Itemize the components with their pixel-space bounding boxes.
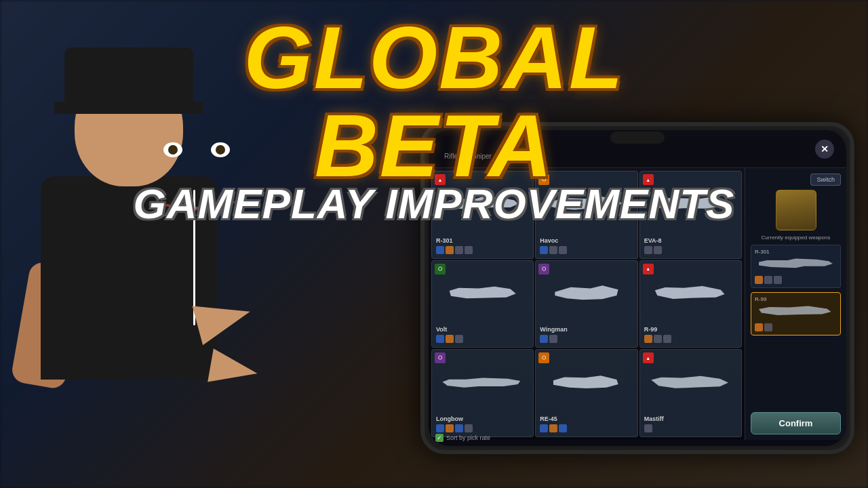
weapon-name-havoc: Havoc <box>540 237 633 244</box>
weapon-attachments-r301 <box>436 246 529 254</box>
weapon-icon-volt <box>436 265 529 327</box>
weapon-attachments-re45 <box>540 424 633 432</box>
attach-icon <box>549 335 557 343</box>
weapon-badge-re45: ⬡ <box>538 352 549 363</box>
weapon-name-r301: R-301 <box>436 237 529 244</box>
close-button[interactable]: ✕ <box>815 140 834 159</box>
weapon-cell-mastiff[interactable]: ▲ Mastiff <box>639 349 742 437</box>
attach-icon <box>559 424 567 432</box>
attach-icon <box>436 424 444 432</box>
attach-icon <box>465 246 473 254</box>
weapon-silhouette-re45 <box>547 373 627 396</box>
switch-button[interactable]: Switch <box>810 174 841 186</box>
equipped-weapon-name-r301: R-301 <box>755 249 837 255</box>
attach-icon <box>540 246 548 254</box>
weapon-name-eva8: EVA-8 <box>644 237 737 244</box>
sort-checkbox[interactable]: ✓ <box>435 434 443 442</box>
weapon-name-volt: Volt <box>436 326 529 333</box>
weapon-attachments-volt <box>436 335 529 343</box>
attach-icon <box>654 335 662 343</box>
title-area: GLOBAL BETA GAMEPLAY IMPROVEMENTS <box>129 14 739 225</box>
weapon-icon-re45 <box>540 354 633 415</box>
weapon-silhouette-mastiff <box>649 374 733 396</box>
weapon-cell-r99[interactable]: ▲ R-99 <box>639 260 742 348</box>
attach-icon <box>755 276 763 284</box>
equipped-attach-r301 <box>755 276 837 284</box>
weapon-cell-re45[interactable]: ⬡ RE-45 <box>535 349 637 437</box>
attach-icon <box>446 335 454 343</box>
attach-icon <box>644 335 652 343</box>
attach-icon <box>774 276 782 284</box>
attach-icon <box>644 246 652 254</box>
sort-label: Sort by pick rate <box>446 434 490 441</box>
equipped-attach-r99 <box>755 323 837 331</box>
character-portrait <box>776 190 816 230</box>
weapon-attachments-wingman <box>540 335 633 343</box>
attach-icon <box>436 246 444 254</box>
weapon-name-mastiff: Mastiff <box>644 415 737 422</box>
equipped-weapons-label: Currently equipped weapons <box>751 235 841 241</box>
weapon-attachments-mastiff <box>644 424 737 432</box>
attach-icon <box>446 246 454 254</box>
weapon-silhouette-volt <box>443 283 522 307</box>
confirm-button[interactable]: Confirm <box>751 412 841 434</box>
attach-icon <box>455 246 463 254</box>
weapon-icon-r99 <box>644 265 737 327</box>
attach-icon <box>455 424 463 432</box>
weapon-icon-longbow <box>436 354 529 415</box>
weapon-badge-longbow: ⬡ <box>435 352 446 363</box>
equipped-weapon-r301[interactable]: R-301 <box>751 245 841 288</box>
weapon-attachments-havoc <box>540 246 633 254</box>
weapon-badge-wingman: ⬡ <box>538 264 549 274</box>
weapon-cell-longbow[interactable]: ⬡ Longbow <box>431 349 534 437</box>
subtitle: GAMEPLAY IMPROVEMENTS <box>129 183 739 225</box>
weapon-silhouette-wingman <box>547 283 627 307</box>
attach-icon <box>540 424 548 432</box>
attach-icon <box>764 276 772 284</box>
pointing-hand-right2 <box>208 348 260 390</box>
attach-icon <box>549 246 557 254</box>
weapon-silhouette-longbow <box>441 375 525 394</box>
weapon-badge-mastiff: ▲ <box>643 352 654 363</box>
attach-icon <box>540 335 548 343</box>
attach-icon <box>559 246 567 254</box>
equipped-weapon-r99[interactable]: R-99 <box>751 292 841 336</box>
weapon-attachments-r99 <box>644 335 737 343</box>
weapon-badge-r99: ▲ <box>643 264 654 274</box>
attach-icon <box>446 424 454 432</box>
right-panel: Switch Currently equipped weapons R-301 <box>745 168 846 440</box>
equipped-weapon-img-r301 <box>755 257 837 274</box>
weapon-attachments-longbow <box>436 424 529 432</box>
sort-bar: ✓ Sort by pick rate <box>435 434 490 442</box>
weapon-name-wingman: Wingman <box>540 326 633 333</box>
weapon-name-longbow: Longbow <box>436 415 529 422</box>
weapon-icon-mastiff <box>644 354 737 415</box>
equipped-weapon-img-r99 <box>755 304 837 321</box>
attach-icon <box>764 323 772 331</box>
main-title: GLOBAL BETA <box>129 14 739 190</box>
attach-icon <box>663 335 671 343</box>
weapon-cell-wingman[interactable]: ⬡ Wingman <box>535 260 637 348</box>
weapon-attachments-eva8 <box>644 246 737 254</box>
attach-icon <box>755 323 763 331</box>
weapon-cell-volt[interactable]: ⬡ Volt <box>431 260 534 348</box>
weapon-icon-wingman <box>540 265 633 327</box>
weapon-name-re45: RE-45 <box>540 415 633 422</box>
weapon-silhouette-r99 <box>651 283 730 307</box>
weapon-badge-volt: ⬡ <box>435 264 446 274</box>
attach-icon <box>644 424 652 432</box>
attach-icon <box>436 335 444 343</box>
attach-icon <box>654 246 662 254</box>
attach-icon <box>455 335 463 343</box>
weapon-name-r99: R-99 <box>644 326 737 333</box>
attach-icon <box>549 424 557 432</box>
equipped-weapon-name-r99: R-99 <box>755 296 837 302</box>
attach-icon <box>465 424 473 432</box>
